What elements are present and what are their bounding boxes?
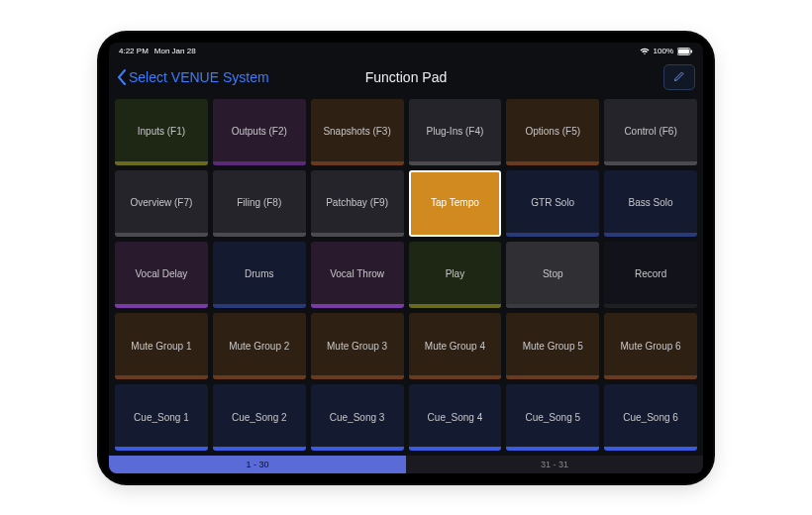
pad-label: Outputs (F2) [232,126,287,138]
pad-label: Inputs (F1) [138,126,185,138]
pad-accent [506,161,599,165]
chevron-left-icon [117,69,127,85]
pad-10[interactable]: Tap Tempo [409,170,502,237]
pad-accent [604,375,697,379]
pad-accent [213,304,306,308]
pad-label: Snapshots (F3) [323,126,390,138]
pad-20[interactable]: Mute Group 2 [213,313,306,379]
pad-14[interactable]: Drums [213,242,306,308]
pad-8[interactable]: Filing (F8) [213,170,306,237]
pad-label: Patchbay (F9) [326,197,388,209]
pad-label: Cue_Song 4 [428,412,483,424]
pad-accent [409,161,502,165]
pad-accent [506,447,599,451]
pad-label: Drums [245,268,273,280]
pad-label: Control (F6) [624,126,676,138]
pad-16[interactable]: Play [409,242,502,308]
svg-rect-2 [691,50,693,52]
pad-30[interactable]: Cue_Song 6 [604,384,697,451]
pad-label: Cue_Song 3 [330,412,385,424]
pad-label: Mute Group 6 [621,341,681,353]
pad-accent [311,375,404,379]
pad-11[interactable]: GTR Solo [506,170,599,237]
pad-accent [311,161,404,165]
pad-label: Cue_Song 1 [134,412,189,424]
nav-bar: Select VENUE System Function Pad [109,60,703,94]
pad-label: Cue_Song 2 [232,412,287,424]
pad-12[interactable]: Bass Solo [604,170,697,237]
pad-accent [115,304,208,308]
pad-label: Vocal Throw [330,268,384,280]
pad-6[interactable]: Control (F6) [604,99,697,165]
pager-page-1[interactable]: 1 - 30 [109,456,406,473]
pad-23[interactable]: Mute Group 5 [506,313,599,379]
pad-28[interactable]: Cue_Song 4 [409,384,502,451]
pad-accent [213,161,306,165]
pad-label: Stop [543,268,563,280]
pad-accent [311,447,404,451]
pad-29[interactable]: Cue_Song 5 [506,384,599,451]
pad-label: Record [635,268,666,280]
pager-page-2[interactable]: 31 - 31 [406,456,703,473]
pencil-icon [673,68,685,86]
pad-label: Mute Group 3 [327,341,387,353]
pad-label: Mute Group 4 [425,341,485,353]
pad-21[interactable]: Mute Group 3 [311,313,404,379]
status-bar: 4:22 PM Mon Jan 28 100% [109,43,703,60]
pad-accent [213,447,306,451]
pad-accent [115,447,208,451]
pad-accent [213,375,306,379]
pad-accent [311,304,404,308]
pad-accent [604,447,697,451]
pad-4[interactable]: Plug-Ins (F4) [409,99,502,165]
pad-13[interactable]: Vocal Delay [115,242,208,308]
pad-accent [506,304,599,308]
pad-accent [409,375,502,379]
pad-3[interactable]: Snapshots (F3) [311,99,404,165]
status-time: 4:22 PM [119,47,149,55]
svg-rect-1 [678,49,689,53]
pad-24[interactable]: Mute Group 6 [604,313,697,379]
pad-label: Mute Group 2 [229,341,289,353]
pad-accent [213,233,306,237]
pad-accent [409,447,502,451]
pad-grid: Inputs (F1)Outputs (F2)Snapshots (F3)Plu… [109,94,703,456]
battery-icon [677,48,693,55]
pad-accent [604,161,697,165]
pad-2[interactable]: Outputs (F2) [213,99,306,165]
pad-accent [506,233,599,237]
pad-26[interactable]: Cue_Song 2 [213,384,306,451]
pad-19[interactable]: Mute Group 1 [115,313,208,379]
wifi-icon [640,48,650,55]
pad-label: Mute Group 1 [131,341,191,353]
pad-accent [115,161,208,165]
pad-label: Cue_Song 5 [525,412,580,424]
back-label: Select VENUE System [129,69,269,85]
pad-5[interactable]: Options (F5) [506,99,599,165]
pad-17[interactable]: Stop [506,242,599,308]
pad-accent [506,375,599,379]
pad-1[interactable]: Inputs (F1) [115,99,208,165]
pad-18[interactable]: Record [604,242,697,308]
screen: 4:22 PM Mon Jan 28 100% Select VENUE Sys… [109,43,703,473]
back-button[interactable]: Select VENUE System [117,69,269,85]
pad-label: Bass Solo [629,197,673,209]
pad-9[interactable]: Patchbay (F9) [311,170,404,237]
pad-label: Options (F5) [525,126,580,138]
pad-7[interactable]: Overview (F7) [115,170,208,237]
pad-accent [409,304,502,308]
pad-27[interactable]: Cue_Song 3 [311,384,404,451]
pad-accent [115,233,208,237]
pad-accent [311,233,404,237]
pager: 1 - 30 31 - 31 [109,456,703,473]
pad-accent [411,231,500,235]
edit-button[interactable] [663,64,695,90]
ipad-frame: 4:22 PM Mon Jan 28 100% Select VENUE Sys… [99,33,713,483]
pad-label: Filing (F8) [237,197,281,209]
pad-15[interactable]: Vocal Throw [311,242,404,308]
pad-label: GTR Solo [531,197,574,209]
pad-22[interactable]: Mute Group 4 [409,313,502,379]
pad-label: Mute Group 5 [523,341,583,353]
pad-25[interactable]: Cue_Song 1 [115,384,208,451]
pad-accent [604,233,697,237]
